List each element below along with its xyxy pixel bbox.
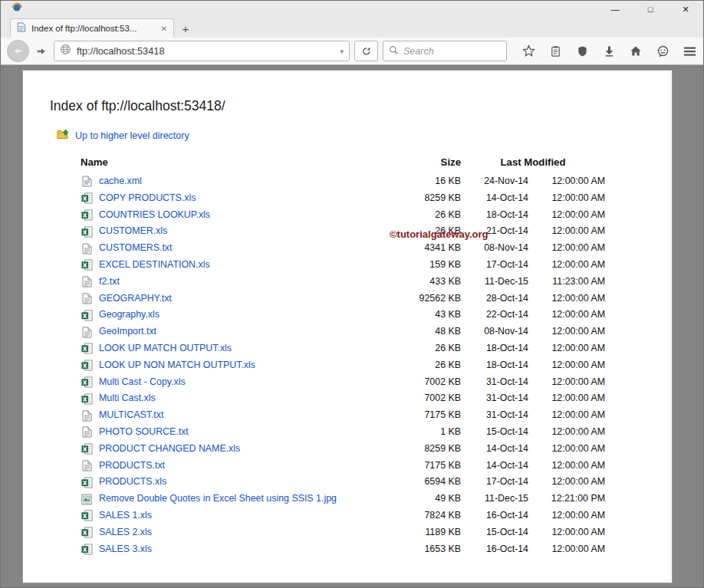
home-icon[interactable]	[628, 45, 643, 57]
excel-icon	[81, 226, 93, 238]
hello-smiley-icon[interactable]	[655, 45, 670, 57]
file-size: 7002 KB	[369, 390, 461, 407]
file-link[interactable]: Remove Double Quotes in Excel Sheet usin…	[99, 491, 337, 508]
file-link[interactable]: COPY PRODUCTS.xls	[99, 190, 196, 207]
downloads-icon[interactable]	[601, 45, 617, 57]
file-link[interactable]: PHOTO SOURCE.txt	[99, 424, 189, 441]
table-row: CUSTOMER.xls 26 KB 21-Oct-14 12:00:00 AM	[81, 223, 605, 240]
file-time: 12:00:00 AM	[528, 357, 605, 374]
tab-index-of-ftp[interactable]: Index of ftp://localhost:53... ✕	[10, 18, 174, 38]
file-link[interactable]: Geography.xls	[99, 307, 160, 324]
text-icon	[81, 243, 93, 255]
image-icon	[81, 494, 93, 505]
file-link[interactable]: SALES 2.xls	[99, 524, 152, 541]
file-time: 12:21:00 PM	[528, 491, 605, 508]
column-header-last-modified: Last Modified	[461, 156, 605, 173]
file-time: 12:00:00 AM	[528, 390, 605, 407]
file-size: 49 KB	[369, 491, 461, 508]
file-link[interactable]: LOOK UP MATCH OUTPUT.xls	[99, 340, 232, 357]
excel-icon	[81, 527, 93, 538]
shield-icon[interactable]	[574, 45, 590, 57]
file-date: 17-Oct-14	[461, 474, 528, 491]
file-time: 12:00:00 AM	[528, 173, 605, 190]
file-date: 18-Oct-14	[461, 340, 528, 357]
reading-list-icon[interactable]	[548, 45, 563, 57]
title-bar: — □ ✕	[1, 1, 703, 18]
file-link[interactable]: GEOGRAPHY.txt	[99, 291, 172, 307]
file-time: 12:00:00 AM	[528, 508, 605, 524]
table-row: GeoImport.txt 48 KB 08-Nov-14 12:00:00 A…	[81, 324, 605, 340]
file-link[interactable]: cache.xml	[99, 173, 142, 190]
file-time: 12:00:00 AM	[528, 190, 605, 207]
search-icon	[389, 44, 399, 58]
bookmark-star-icon[interactable]	[521, 44, 536, 57]
file-date: 14-Oct-14	[461, 190, 528, 207]
reload-button[interactable]	[354, 41, 378, 61]
chevron-down-icon[interactable]: ▾	[340, 48, 344, 55]
file-size: 7175 KB	[369, 458, 461, 475]
file-size: 1653 KB	[369, 541, 461, 558]
file-link[interactable]: LOOK UP NON MATCH OUTPUT.xls	[99, 357, 255, 374]
file-date: 11-Dec-15	[461, 274, 528, 291]
menu-hamburger-icon[interactable]	[682, 46, 697, 57]
file-link[interactable]: EXCEL DESTINATION.xls	[99, 257, 210, 274]
close-button[interactable]: ✕	[668, 1, 703, 18]
up-link-label: Up to higher level directory	[75, 130, 189, 141]
search-input[interactable]	[403, 46, 501, 57]
excel-icon	[81, 510, 93, 521]
file-link[interactable]: SALES 1.xls	[99, 508, 152, 524]
search-bar[interactable]	[383, 41, 507, 61]
page-title: Index of ftp://localhost:53418/	[50, 98, 672, 114]
forward-button[interactable]	[34, 46, 49, 57]
up-to-higher-level-link[interactable]: Up to higher level directory	[57, 129, 189, 142]
url-text[interactable]: ftp://localhost:53418	[77, 45, 334, 57]
file-link[interactable]: GeoImport.txt	[99, 324, 156, 340]
file-date: 15-Oct-14	[461, 424, 528, 441]
file-time: 12:00:00 AM	[528, 291, 605, 307]
text-icon	[81, 293, 93, 304]
url-bar[interactable]: ftp://localhost:53418 ▾	[54, 41, 350, 61]
minimize-button[interactable]: —	[597, 1, 633, 18]
file-time: 12:00:00 AM	[528, 407, 605, 424]
file-link[interactable]: COUNTRIES LOOKUP.xls	[99, 207, 210, 224]
navigation-toolbar: ftp://localhost:53418 ▾	[1, 38, 703, 65]
watermark-text: ©tutorialgateway.org	[390, 228, 489, 240]
text-icon	[81, 426, 93, 438]
globe-icon[interactable]	[60, 44, 71, 58]
table-row: GEOGRAPHY.txt 92562 KB 28-Oct-14 12:00:0…	[81, 291, 605, 307]
tab-close-icon[interactable]: ✕	[161, 25, 167, 33]
file-time: 12:00:00 AM	[528, 424, 605, 441]
file-date: 16-Oct-14	[461, 541, 528, 558]
table-row: PRODUCT CHANGED NAME.xls 8259 KB 14-Oct-…	[81, 441, 605, 458]
file-time: 11:23:00 AM	[528, 274, 605, 291]
file-size: 8259 KB	[369, 190, 461, 207]
back-button[interactable]	[7, 40, 29, 62]
file-date: 16-Oct-14	[461, 508, 528, 524]
tab-title: Index of ftp://localhost:53...	[31, 24, 156, 33]
file-link[interactable]: PRODUCTS.xls	[99, 474, 166, 491]
file-date: 24-Nov-14	[461, 173, 528, 190]
excel-icon	[81, 259, 93, 271]
file-link[interactable]: SALES 3.xls	[99, 541, 152, 558]
file-time: 12:00:00 AM	[528, 340, 605, 357]
file-date: 11-Dec-15	[461, 491, 528, 508]
text-icon	[81, 276, 93, 287]
file-link[interactable]: PRODUCTS.txt	[99, 458, 165, 475]
new-tab-button[interactable]: +	[174, 19, 197, 38]
file-link[interactable]: Multi Cast - Copy.xls	[99, 374, 186, 391]
file-link[interactable]: CUSTOMER.xls	[99, 223, 167, 240]
excel-icon	[81, 477, 93, 488]
file-link[interactable]: f2.txt	[99, 274, 120, 291]
window-controls: — □ ✕	[597, 1, 703, 18]
file-link[interactable]: MULTICAST.txt	[99, 407, 163, 424]
table-row: cache.xml 16 KB 24-Nov-14 12:00:00 AM	[81, 173, 605, 190]
file-link[interactable]: CUSTOMERS.txt	[99, 240, 172, 257]
maximize-button[interactable]: □	[633, 1, 668, 18]
file-size: 16 KB	[369, 173, 461, 190]
file-link[interactable]: Multi Cast.xls	[99, 390, 156, 407]
toolbar-icons	[521, 44, 697, 57]
page-background: Index of ftp://localhost:53418/ Up to hi…	[1, 65, 703, 588]
file-link[interactable]: PRODUCT CHANGED NAME.xls	[99, 441, 240, 458]
text-icon	[81, 410, 93, 422]
table-row: Geography.xls 43 KB 22-Oct-14 12:00:00 A…	[81, 307, 605, 324]
